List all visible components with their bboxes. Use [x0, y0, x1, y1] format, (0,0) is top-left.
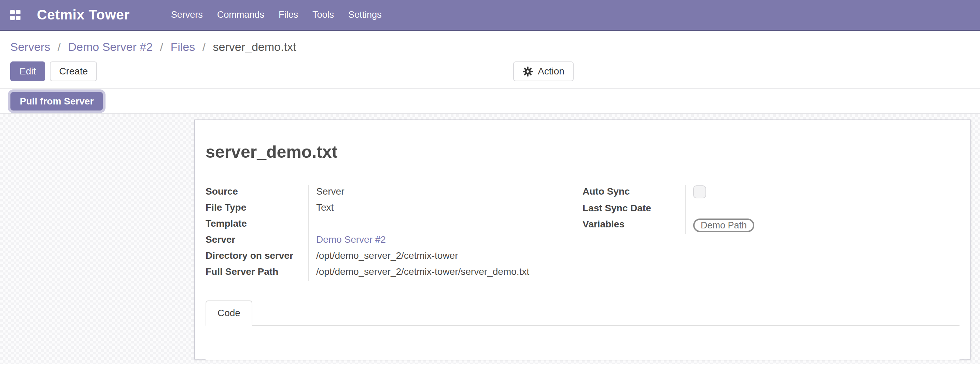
apps-grid-square: [16, 16, 21, 20]
record-title: server_demo.txt: [205, 142, 959, 162]
gear-icon: [522, 66, 533, 77]
field-value-file-type: Text: [308, 201, 582, 217]
menu-item-servers[interactable]: Servers: [164, 0, 210, 30]
notebook: Code: [205, 301, 959, 360]
apps-grid-square: [16, 10, 21, 14]
action-button-label: Action: [538, 66, 565, 77]
field-value-server: Demo Server #2: [308, 233, 582, 249]
field-row-source: Source Server: [205, 185, 582, 201]
field-label-template: Template: [205, 217, 308, 230]
breadcrumb: Servers / Demo Server #2 / Files / serve…: [10, 39, 970, 54]
breadcrumb-files[interactable]: Files: [170, 40, 195, 53]
field-value-variables: Demo Path: [685, 218, 959, 234]
field-label-server: Server: [205, 233, 308, 246]
control-panel: Servers / Demo Server #2 / Files / serve…: [0, 31, 980, 89]
form-sheet: server_demo.txt Source Server File Type …: [194, 119, 971, 360]
notebook-tabs: Code: [205, 301, 959, 326]
field-value-auto-sync: [685, 185, 959, 202]
breadcrumb-current: server_demo.txt: [213, 40, 296, 53]
variable-tag: Demo Path: [693, 218, 754, 232]
menu-item-commands[interactable]: Commands: [210, 0, 272, 30]
field-row-auto-sync: Auto Sync: [582, 185, 959, 202]
top-navbar: Cetmix Tower Servers Commands Files Tool…: [0, 0, 980, 31]
breadcrumb-separator: /: [202, 40, 205, 53]
breadcrumb-servers[interactable]: Servers: [10, 40, 50, 53]
field-label-source: Source: [205, 185, 308, 198]
field-value-last-sync-date: [685, 202, 959, 218]
field-label-file-type: File Type: [205, 201, 308, 214]
statusbar: Pull from Server: [0, 89, 980, 114]
field-value-directory: /opt/demo_server_2/cetmix-tower: [308, 249, 582, 265]
field-row-server: Server Demo Server #2: [205, 233, 582, 249]
menu-item-files[interactable]: Files: [272, 0, 305, 30]
field-label-auto-sync: Auto Sync: [582, 185, 685, 198]
field-row-file-type: File Type Text: [205, 201, 582, 217]
menu-item-tools[interactable]: Tools: [305, 0, 341, 30]
field-row-variables: Variables Demo Path: [582, 218, 959, 234]
apps-grid-icon[interactable]: [10, 10, 21, 20]
breadcrumb-separator: /: [58, 40, 61, 53]
main-menu: Servers Commands Files Tools Settings: [164, 0, 389, 30]
action-menu-wrap: Action: [513, 62, 574, 81]
breadcrumb-separator: /: [160, 40, 163, 53]
field-label-full-path: Full Server Path: [205, 265, 308, 278]
field-value-full-path: /opt/demo_server_2/cetmix-tower/server_d…: [308, 265, 582, 281]
app-brand-title[interactable]: Cetmix Tower: [37, 7, 130, 23]
tab-code[interactable]: Code: [205, 301, 252, 326]
form-background: server_demo.txt Source Server File Type …: [0, 114, 980, 364]
create-button[interactable]: Create: [50, 62, 97, 81]
field-label-variables: Variables: [582, 218, 685, 231]
pull-from-server-button[interactable]: Pull from Server: [10, 92, 103, 111]
field-row-directory: Directory on server /opt/demo_server_2/c…: [205, 249, 582, 265]
field-row-template: Template: [205, 217, 582, 233]
field-groups: Source Server File Type Text Template Se…: [205, 185, 959, 281]
field-row-full-path: Full Server Path /opt/demo_server_2/cetm…: [205, 265, 582, 281]
breadcrumb-demo-server[interactable]: Demo Server #2: [68, 40, 153, 53]
field-group-right: Auto Sync Last Sync Date Variables Demo …: [582, 185, 959, 281]
edit-button[interactable]: Edit: [10, 62, 45, 81]
apps-grid-square: [10, 10, 15, 14]
field-row-last-sync-date: Last Sync Date: [582, 202, 959, 218]
action-button[interactable]: Action: [513, 62, 574, 81]
menu-item-settings[interactable]: Settings: [341, 0, 389, 30]
field-label-directory: Directory on server: [205, 249, 308, 262]
form-buttons-row: Edit Create: [10, 62, 970, 81]
field-label-last-sync-date: Last Sync Date: [582, 202, 685, 215]
field-group-left: Source Server File Type Text Template Se…: [205, 185, 582, 281]
apps-grid-square: [10, 16, 15, 20]
server-record-link[interactable]: Demo Server #2: [316, 234, 386, 245]
field-value-source: Server: [308, 185, 582, 201]
tab-code-content: [205, 326, 959, 360]
auto-sync-checkbox[interactable]: [693, 185, 706, 198]
field-value-template: [308, 217, 582, 233]
